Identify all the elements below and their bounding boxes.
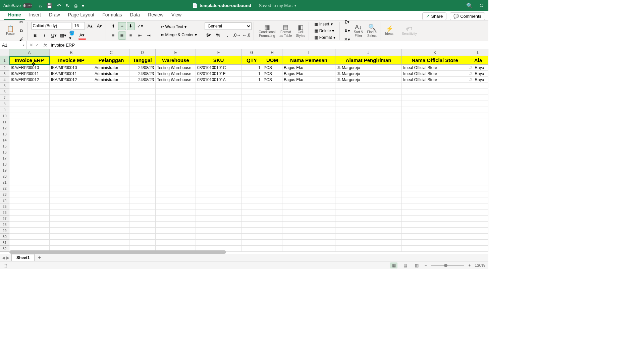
data-cell[interactable]	[129, 83, 156, 89]
data-cell[interactable]	[93, 173, 129, 179]
data-cell[interactable]	[468, 197, 488, 203]
data-cell[interactable]	[129, 101, 156, 107]
wrap-text-button[interactable]: ↩Wrap Text▾	[159, 24, 199, 30]
data-cell[interactable]	[93, 185, 129, 191]
data-cell[interactable]	[50, 95, 93, 101]
touch-icon[interactable]: ⎙	[74, 3, 77, 8]
data-cell[interactable]: Bagus Eko	[282, 71, 335, 77]
data-cell[interactable]	[241, 89, 262, 95]
data-cell[interactable]	[335, 209, 402, 216]
data-cell[interactable]: Bagus Eko	[282, 77, 335, 83]
data-cell[interactable]	[468, 131, 488, 137]
data-cell[interactable]	[9, 222, 50, 228]
fill-icon[interactable]: ⬇▾	[343, 27, 351, 35]
data-cell[interactable]	[335, 191, 402, 197]
data-cell[interactable]	[282, 131, 335, 137]
data-cell[interactable]: Jl. Margorejo	[335, 71, 402, 77]
data-cell[interactable]	[156, 191, 196, 197]
data-cell[interactable]	[129, 149, 156, 155]
data-cell[interactable]	[402, 113, 468, 119]
data-cell[interactable]	[196, 89, 241, 95]
tab-home[interactable]: Home	[4, 10, 25, 20]
data-cell[interactable]	[262, 228, 282, 234]
row-header[interactable]: 32	[0, 246, 9, 252]
data-cell[interactable]	[196, 95, 241, 101]
data-cell[interactable]	[468, 240, 488, 246]
redo-icon[interactable]: ↻	[66, 3, 70, 8]
data-cell[interactable]	[241, 149, 262, 155]
data-cell[interactable]	[93, 89, 129, 95]
data-cell[interactable]	[282, 149, 335, 155]
column-header[interactable]: J	[335, 49, 402, 56]
row-header[interactable]: 7	[0, 95, 9, 101]
data-cell[interactable]	[156, 197, 196, 203]
data-cell[interactable]	[241, 222, 262, 228]
confirm-formula-icon[interactable]: ✓	[35, 43, 39, 48]
header-cell[interactable]: UOM	[262, 56, 282, 65]
data-cell[interactable]	[9, 95, 50, 101]
header-cell[interactable]: Warehouse	[156, 56, 196, 65]
data-cell[interactable]	[282, 167, 335, 173]
data-cell[interactable]	[93, 209, 129, 216]
data-cell[interactable]	[93, 107, 129, 113]
data-cell[interactable]	[129, 137, 156, 143]
header-cell[interactable]: Invoice MP	[50, 56, 93, 65]
data-cell[interactable]	[129, 191, 156, 197]
column-header[interactable]: D	[129, 49, 156, 56]
data-cell[interactable]	[50, 131, 93, 137]
header-cell[interactable]: Ala	[468, 56, 488, 65]
data-cell[interactable]	[129, 155, 156, 161]
increase-font-icon[interactable]: A▴	[86, 22, 94, 30]
data-cell[interactable]	[129, 161, 156, 167]
data-cell[interactable]	[335, 83, 402, 89]
data-cell[interactable]	[50, 222, 93, 228]
data-cell[interactable]	[262, 131, 282, 137]
data-cell[interactable]: IKA/MP/00011	[50, 71, 93, 77]
data-cell[interactable]	[156, 101, 196, 107]
data-cell[interactable]	[156, 149, 196, 155]
data-cell[interactable]	[196, 161, 241, 167]
column-header[interactable]: L	[468, 49, 488, 56]
data-cell[interactable]	[335, 89, 402, 95]
data-cell[interactable]	[241, 228, 262, 234]
data-cell[interactable]	[9, 234, 50, 240]
row-header[interactable]: 24	[0, 197, 9, 203]
data-cell[interactable]	[282, 89, 335, 95]
data-cell[interactable]: Jl. Raya	[468, 71, 488, 77]
data-cell[interactable]	[9, 113, 50, 119]
data-cell[interactable]	[50, 107, 93, 113]
data-cell[interactable]	[468, 203, 488, 209]
data-cell[interactable]	[156, 216, 196, 222]
data-cell[interactable]	[335, 240, 402, 246]
data-cell[interactable]	[402, 149, 468, 155]
data-cell[interactable]	[93, 113, 129, 119]
data-cell[interactable]	[241, 197, 262, 203]
data-cell[interactable]	[262, 222, 282, 228]
row-header[interactable]: 8	[0, 101, 9, 107]
data-cell[interactable]	[50, 228, 93, 234]
data-cell[interactable]	[196, 222, 241, 228]
data-cell[interactable]: 24/08/23	[129, 71, 156, 77]
data-cell[interactable]	[196, 179, 241, 185]
data-cell[interactable]: 03/010100101C	[196, 65, 241, 71]
data-cell[interactable]	[241, 95, 262, 101]
data-cell[interactable]: Imeal Official Store	[402, 65, 468, 71]
data-cell[interactable]	[241, 179, 262, 185]
comments-button[interactable]: 💬Comments	[450, 12, 485, 20]
data-cell[interactable]: Jl. Margorejo	[335, 77, 402, 83]
data-cell[interactable]	[402, 234, 468, 240]
column-header[interactable]: B	[50, 49, 93, 56]
zoom-level[interactable]: 130%	[475, 263, 485, 268]
data-cell[interactable]	[129, 143, 156, 149]
data-cell[interactable]	[262, 119, 282, 125]
data-cell[interactable]	[9, 125, 50, 131]
data-cell[interactable]	[156, 131, 196, 137]
data-cell[interactable]	[196, 203, 241, 209]
data-cell[interactable]	[93, 155, 129, 161]
data-cell[interactable]	[9, 173, 50, 179]
data-cell[interactable]	[262, 203, 282, 209]
align-center-icon[interactable]: ≣	[118, 32, 126, 40]
data-cell[interactable]	[468, 89, 488, 95]
data-cell[interactable]	[196, 185, 241, 191]
data-cell[interactable]	[402, 125, 468, 131]
